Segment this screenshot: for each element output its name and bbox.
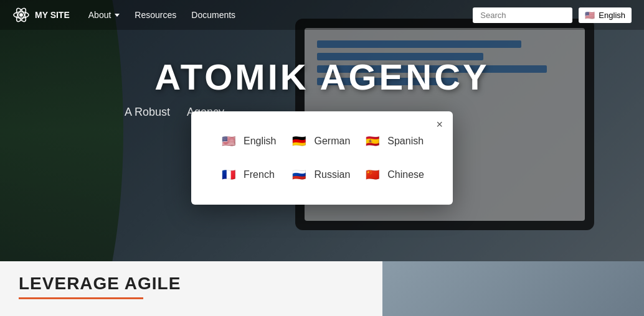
lang-russian[interactable]: 🇷🇺 Russian: [286, 164, 354, 186]
german-label: German: [314, 136, 350, 147]
language-grid: 🇺🇸 English 🇩🇪 German 🇪🇸 Spanish 🇫🇷 Frenc…: [216, 130, 428, 186]
lang-german[interactable]: 🇩🇪 German: [286, 130, 354, 152]
chinese-label: Chinese: [387, 169, 424, 180]
spanish-flag-icon: 🇪🇸: [364, 132, 381, 150]
russian-flag-icon: 🇷🇺: [290, 166, 308, 184]
russian-label: Russian: [314, 169, 350, 180]
lang-spanish[interactable]: 🇪🇸 Spanish: [360, 130, 428, 152]
language-modal: × 🇺🇸 English 🇩🇪 German 🇪🇸 Spanish 🇫🇷 Fre…: [191, 111, 453, 205]
french-flag-icon: 🇫🇷: [220, 166, 237, 184]
french-label: French: [244, 169, 275, 180]
lang-chinese[interactable]: 🇨🇳 Chinese: [360, 164, 428, 186]
spanish-label: Spanish: [387, 136, 424, 147]
german-flag-icon: 🇩🇪: [290, 132, 308, 150]
modal-overlay: × 🇺🇸 English 🇩🇪 German 🇪🇸 Spanish 🇫🇷 Fre…: [0, 0, 644, 316]
english-flag-icon: 🇺🇸: [220, 132, 237, 150]
chinese-flag-icon: 🇨🇳: [364, 166, 381, 184]
modal-close-button[interactable]: ×: [436, 119, 443, 130]
english-label: English: [244, 136, 276, 147]
lang-english[interactable]: 🇺🇸 English: [216, 130, 280, 152]
lang-french[interactable]: 🇫🇷 French: [216, 164, 280, 186]
